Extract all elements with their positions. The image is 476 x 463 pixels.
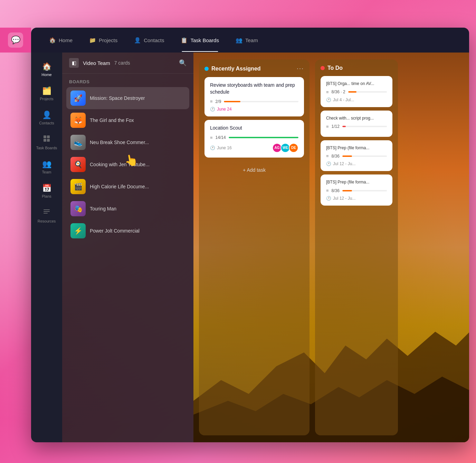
progress-nums-4: 1/12 <box>332 124 340 129</box>
progress-fill-6 <box>342 190 352 191</box>
task-progress-5: ≡ 8/36 <box>326 153 387 159</box>
task-title-3: [BTS] Orga... time on AV... <box>326 81 387 87</box>
kanban-col-recently-assigned: Recently Assigned ··· Review storyboards… <box>199 59 310 435</box>
board-thumb-shoe: 👟 <box>70 135 86 150</box>
progress-icon-6: ≡ <box>326 188 329 193</box>
board-item-power[interactable]: ⚡ Power Jolt Commercial <box>66 220 189 242</box>
progress-bar-3 <box>348 91 387 93</box>
task-card-4[interactable]: Check with... script prog... ≡ 1/12 <box>321 111 392 137</box>
task-title-1: Review storyboards with team and prep sc… <box>210 82 298 95</box>
contacts-icon: 👤 <box>134 37 141 44</box>
task-progress-6: ≡ 8/36 <box>326 188 387 193</box>
nav-contacts[interactable]: 👤 Contacts <box>127 34 171 46</box>
progress-nums-1: 2/9 <box>216 99 221 104</box>
sidebar-item-projects[interactable]: 🗂️ Projects <box>33 82 60 105</box>
clock-icon-3: 🕐 <box>326 97 331 102</box>
board-item-calorie[interactable]: 🎬 High Calorie Life Docume... <box>66 176 189 198</box>
task-progress-2: ≡ 14/14 <box>210 135 298 140</box>
progress-icon-3: ≡ <box>326 89 329 95</box>
app-window: 🏠 Home 📁 Projects 👤 Contacts 📋 Task Boar… <box>31 28 469 442</box>
projects-icon: 📁 <box>89 37 96 44</box>
sidebar-plans-icon: 📅 <box>42 184 51 193</box>
clock-icon-2: 🕐 <box>210 145 215 150</box>
app-body: 🏠 Home 🗂️ Projects 👤 Contacts <box>31 53 469 442</box>
col-title-to-do: To Do <box>327 65 392 71</box>
task-date-3: 🕐 Jul 4 - Jul... <box>326 97 387 102</box>
boards-sidebar: ◧ Video Team 7 cards 🔍 Boards 🚀 Mission:… <box>62 53 193 442</box>
boards-header-count: 7 cards <box>114 60 130 66</box>
col-menu-recently-assigned[interactable]: ··· <box>297 65 304 72</box>
sidebar-item-home[interactable]: 🏠 Home <box>33 58 60 81</box>
sidebar-item-contacts[interactable]: 👤 Contacts <box>33 106 60 129</box>
nav-projects[interactable]: 📁 Projects <box>82 34 124 46</box>
progress-bar-6 <box>342 190 387 191</box>
progress-fill-2 <box>229 137 298 138</box>
task-title-2: Location Scout <box>210 125 298 132</box>
task-title-4: Check with... script prog... <box>326 115 387 121</box>
progress-nums-6: 8/36 <box>332 188 340 193</box>
add-task-button[interactable]: + Add task <box>204 164 304 176</box>
task-card-5[interactable]: [BTS] Prep (file forma... ≡ 8/36 🕐 Jul 1… <box>321 140 392 171</box>
progress-icon-2: ≡ <box>210 135 213 140</box>
sidebar-team-icon: 👥 <box>42 160 51 169</box>
col-dot-red <box>321 66 325 70</box>
clock-icon-5: 🕐 <box>326 161 331 166</box>
clock-icon-1: 🕐 <box>210 107 215 112</box>
sidebar-item-team[interactable]: 👥 Team <box>33 155 60 178</box>
nav-home[interactable]: 🏠 Home <box>42 34 79 46</box>
board-item-shoe[interactable]: 👟 Neu Break Shoe Commer... <box>66 131 189 153</box>
progress-nums-5: 8/36 <box>332 154 340 159</box>
board-item-fox[interactable]: 🦊 The Girl and the Fox <box>66 109 189 131</box>
boards-header-bar: ◧ Video Team 7 cards 🔍 <box>62 53 193 74</box>
svg-rect-3 <box>47 139 50 142</box>
boards-section-title: Boards <box>62 74 193 87</box>
col-title-recently-assigned: Recently Assigned <box>211 66 294 72</box>
board-thumb-calorie: 🎬 <box>70 179 86 194</box>
svg-rect-0 <box>44 135 46 138</box>
svg-rect-2 <box>44 139 46 142</box>
progress-fill-4 <box>342 126 346 127</box>
task-footer-2: 🕐 June 16 AG WE DE <box>210 143 298 153</box>
progress-bar-5 <box>342 155 387 157</box>
progress-bar-4 <box>342 126 387 127</box>
sidebar-item-task-boards[interactable]: Task Boards <box>33 131 60 154</box>
board-list: 🚀 Mission: Space Destroyer 👆 🦊 The Girl … <box>62 87 193 442</box>
svg-rect-1 <box>47 135 50 138</box>
progress-fill-1 <box>224 101 240 102</box>
kanban-columns: Recently Assigned ··· Review storyboards… <box>193 53 469 442</box>
board-item-touring[interactable]: 🎭 Touring Man <box>66 198 189 220</box>
avatar-de: DE <box>289 143 298 153</box>
col-dot-blue <box>204 67 209 71</box>
boards-header-title: Video Team <box>83 60 110 66</box>
board-thumb-cooking: 🍳 <box>70 157 86 172</box>
sidebar-contacts-icon: 👤 <box>42 111 51 120</box>
progress-bar-1 <box>224 101 298 102</box>
task-avatars-2: AG WE DE <box>272 143 298 153</box>
search-button[interactable]: 🔍 <box>179 59 187 67</box>
progress-icon-1: ≡ <box>210 99 213 104</box>
board-thumb-mission: 🚀 <box>70 91 86 106</box>
task-date-5: 🕐 Jul 12 - Ju... <box>326 161 387 166</box>
task-date-2: 🕐 June 16 <box>210 145 232 150</box>
sidebar-item-resources[interactable]: Resources <box>33 204 60 227</box>
task-card-1[interactable]: Review storyboards with team and prep sc… <box>204 77 304 116</box>
progress-icon-5: ≡ <box>326 153 329 159</box>
svg-rect-5 <box>44 211 50 212</box>
progress-bar-2 <box>229 137 298 138</box>
app-logo: 💬 <box>8 32 23 48</box>
task-card-6[interactable]: [BTS] Prep (file forma... ≡ 8/36 🕐 Jul 1… <box>321 174 392 206</box>
clock-icon-6: 🕐 <box>326 196 331 201</box>
board-icon-sm: ◧ <box>69 58 79 68</box>
board-thumb-power: ⚡ <box>70 223 86 238</box>
task-footer-1: 🕐 June 24 <box>210 107 298 112</box>
board-item-cooking[interactable]: 🍳 Cooking with Jen Youtube... <box>66 153 189 176</box>
task-card-2[interactable]: Location Scout ≡ 14/14 <box>204 120 304 158</box>
task-boards-icon: 📋 <box>181 37 188 44</box>
icon-sidebar: 🏠 Home 🗂️ Projects 👤 Contacts <box>31 53 62 442</box>
board-item-mission[interactable]: 🚀 Mission: Space Destroyer <box>66 87 189 109</box>
nav-task-boards[interactable]: 📋 Task Boards <box>174 34 226 46</box>
nav-team[interactable]: 👥 Team <box>229 34 265 46</box>
progress-nums-2: 14/14 <box>216 135 226 140</box>
sidebar-item-plans[interactable]: 📅 Plans <box>33 180 60 202</box>
task-card-3[interactable]: [BTS] Orga... time on AV... ≡ 8/36 · 2 🕐… <box>321 76 392 107</box>
